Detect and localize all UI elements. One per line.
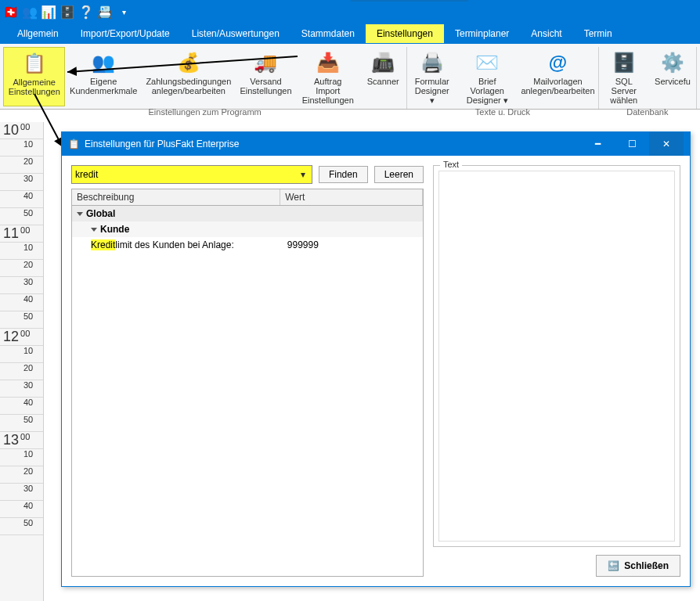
ribbon-btn-eigene-kundenmerkmale[interactable]: 👥 Eigene Kundenmerkmale — [65, 47, 141, 106]
import-icon: 📥 — [316, 50, 341, 75]
expand-icon — [91, 228, 97, 232]
time-slot: 30 — [0, 484, 43, 501]
time-slot: 10 — [0, 449, 43, 466]
time-slot: 10 — [0, 346, 43, 363]
time-slot: 40 — [0, 294, 43, 311]
time-slot: 50 — [0, 415, 43, 432]
ribbon-label: Formular Designer ▾ — [412, 77, 452, 105]
text-fieldset: Text — [433, 165, 680, 547]
menu-allgemein[interactable]: Allgemein — [6, 24, 70, 43]
ribbon-label: Versand Einstellungen — [240, 77, 291, 95]
time-slot: 40 — [0, 501, 43, 518]
time-slot: 30 — [0, 174, 43, 191]
qat-dropdown-icon[interactable]: ▾ — [116, 4, 132, 20]
time-slot: 50 — [0, 311, 43, 329]
ribbon-btn-zahlungsbedingungen[interactable]: 💰 Zahlungsbedingungen anlegen/bearbeiten — [142, 47, 236, 106]
context-tab-calendar: Kalender/Termine — [351, 0, 468, 2]
time-slot: 10 — [0, 139, 43, 157]
time-slot: 10 00 — [0, 122, 43, 139]
time-slot: 20 — [0, 157, 43, 174]
chart-icon[interactable]: 📊 — [41, 4, 56, 20]
time-slot: 40 — [0, 191, 43, 208]
clear-button[interactable]: Leeren — [374, 166, 424, 183]
at-icon: @ — [545, 50, 570, 75]
gear-icon: ⚙️ — [660, 50, 685, 75]
menu-stammdaten[interactable]: Stammdaten — [290, 24, 366, 43]
menu-terminplaner[interactable]: Terminplaner — [444, 24, 520, 43]
exit-icon: 🔙 — [608, 560, 619, 571]
group-label: Global — [86, 208, 115, 219]
ribbon-btn-versand[interactable]: 🚚 Versand Einstellungen — [236, 47, 296, 106]
db-icon[interactable]: 🗄️ — [60, 4, 75, 20]
ribbon-btn-mailvorlagen[interactable]: @ Mailvorlagen anlegen/bearbeiten — [518, 47, 597, 106]
time-slot: 50 — [0, 208, 43, 225]
text-area[interactable] — [438, 171, 675, 542]
search-input[interactable] — [75, 169, 298, 180]
dropdown-icon[interactable]: ▾ — [298, 169, 309, 180]
menu-termin[interactable]: Termin — [573, 24, 623, 43]
ribbon-btn-formular-designer[interactable]: 🖨️ Formular Designer ▾ — [407, 47, 456, 106]
time-slot: 20 — [0, 260, 43, 277]
ribbon-label: Brief Vorlagen Designer ▾ — [461, 77, 513, 105]
time-slot: 30 — [0, 277, 43, 294]
dialog-title: Einstellungen für PlusFakt Enterprise — [85, 139, 239, 149]
dialog-icon: 📋 — [68, 139, 80, 149]
col-wert[interactable]: Wert — [280, 189, 423, 205]
maximize-button[interactable]: ☐ — [615, 132, 649, 156]
truck-icon: 🚚 — [253, 50, 278, 75]
ribbon: 📋 Allgemeine Einstellungen 👥 Eigene Kund… — [0, 44, 700, 110]
ribbon-label: Allgemeine Einstellungen — [9, 77, 60, 96]
money-icon: 💰 — [176, 50, 201, 75]
database-icon: 🗄️ — [612, 50, 637, 75]
menu-ansicht[interactable]: Ansicht — [520, 24, 572, 43]
ribbon-btn-auftrag-import[interactable]: 📥 Auftrag Import Einstellungen — [296, 47, 359, 106]
time-slot: 20 — [0, 466, 43, 484]
ribbon-btn-brief-designer[interactable]: ✉️ Brief Vorlagen Designer ▾ — [456, 47, 518, 106]
ribbon-label: Eigene Kundenmerkmale — [70, 77, 137, 95]
menu-listen[interactable]: Listen/Auswertungen — [181, 24, 290, 43]
col-beschreibung[interactable]: Beschreibung — [72, 189, 280, 205]
close-button-label: Schließen — [624, 560, 669, 571]
flag-icon[interactable]: 🇨🇭 — [3, 4, 19, 20]
time-slot: 13 00 — [0, 432, 43, 449]
ribbon-label: Auftrag Import Einstellungen — [301, 77, 355, 105]
find-button[interactable]: Finden — [319, 166, 368, 183]
setting-row-kreditlimit[interactable]: Kreditlimit des Kunden bei Anlage: 99999… — [72, 237, 423, 253]
ribbon-btn-allgemeine-einstellungen[interactable]: 📋 Allgemeine Einstellungen — [3, 47, 65, 106]
ribbon-group-label: Einstellungen zum Programm — [3, 106, 406, 117]
help-icon[interactable]: ❔ — [78, 4, 94, 20]
menubar: Allgemein Import/Export/Update Listen/Au… — [0, 23, 700, 44]
app-titlebar: 🇨🇭 👥 📊 🗄️ ❔ 📇 ▾ — [0, 0, 700, 23]
dialog-titlebar[interactable]: 📋 Einstellungen für PlusFakt Enterprise … — [62, 132, 690, 156]
setting-value: 999999 — [287, 239, 418, 250]
settings-grid: Beschreibung Wert Global Kunde Kreditlim… — [71, 189, 424, 577]
time-slot: 20 — [0, 363, 43, 380]
group-global[interactable]: Global — [72, 206, 423, 221]
calc-icon[interactable]: 📇 — [97, 4, 113, 20]
menu-import[interactable]: Import/Export/Update — [70, 24, 181, 43]
expand-icon — [77, 212, 83, 216]
settings-dialog: 📋 Einstellungen für PlusFakt Enterprise … — [61, 131, 691, 587]
ribbon-btn-sql-server[interactable]: 🗄️ SQL Server wählen — [599, 47, 649, 106]
ribbon-label: Servicefu — [655, 77, 691, 86]
ribbon-group-label: Texte u. Druck — [407, 106, 597, 117]
search-combobox[interactable]: ▾ — [71, 165, 312, 184]
menu-einstellungen[interactable]: Einstellungen — [366, 24, 444, 43]
close-button[interactable]: 🔙 Schließen — [596, 555, 680, 577]
setting-label: Kreditlimit des Kunden bei Anlage: — [91, 239, 287, 250]
checklist-icon: 📋 — [22, 51, 47, 76]
ribbon-btn-servicefunktionen[interactable]: ⚙️ Servicefu — [649, 47, 696, 106]
time-slot: 50 — [0, 518, 43, 535]
minimize-button[interactable]: ━ — [580, 132, 615, 156]
ribbon-label: SQL Server wählen — [604, 77, 644, 105]
fieldset-legend: Text — [440, 160, 462, 169]
ribbon-btn-scanner[interactable]: 📠 Scanner — [359, 47, 406, 106]
close-window-button[interactable]: ✕ — [649, 132, 684, 156]
letter-icon: ✉️ — [474, 50, 500, 75]
time-slot: 12 00 — [0, 329, 43, 346]
group-kunde[interactable]: Kunde — [72, 221, 423, 237]
ribbon-label: Mailvorlagen anlegen/bearbeiten — [521, 77, 594, 95]
user-icon[interactable]: 👥 — [22, 4, 38, 20]
context-tab-settings: Einstellungen — [251, 0, 351, 2]
scanner-icon: 📠 — [370, 50, 395, 75]
